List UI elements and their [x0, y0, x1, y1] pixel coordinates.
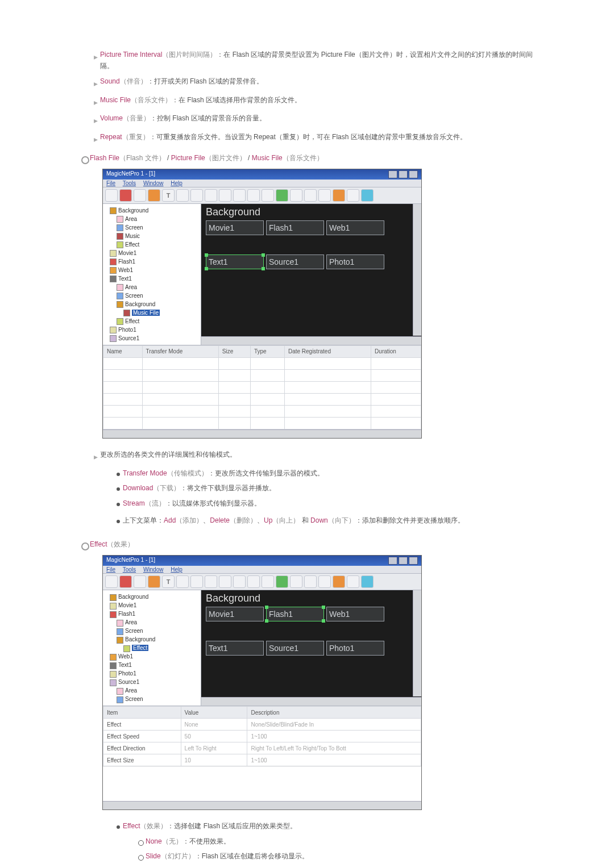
tool-icon[interactable]	[247, 189, 260, 202]
tree-node[interactable]: Music	[117, 232, 197, 240]
tool-icon[interactable]	[276, 575, 288, 588]
close-icon[interactable]	[409, 557, 418, 565]
maximize-icon[interactable]	[399, 170, 408, 178]
horizontal-scrollbar[interactable]	[103, 801, 421, 809]
tree-node[interactable]: Music File	[123, 308, 197, 317]
tool-icon[interactable]	[247, 575, 260, 588]
menu-file[interactable]: File	[106, 566, 115, 573]
tool-icon[interactable]	[119, 575, 132, 588]
grid-row[interactable]: EffectNoneNone/Slide/Blind/Fade In	[103, 719, 421, 731]
tool-icon[interactable]	[134, 575, 146, 588]
tool-icon[interactable]	[361, 189, 374, 202]
tree-view[interactable]: BackgroundMovie1Flash1AreaScreenBackgrou…	[103, 590, 201, 706]
tool-icon[interactable]	[290, 575, 302, 588]
tree-node[interactable]: Photo1	[110, 669, 197, 678]
vertical-scrollbar[interactable]	[413, 590, 421, 696]
tree-node[interactable]: Background	[117, 300, 197, 308]
tree-node[interactable]: Effect	[117, 317, 197, 326]
grid-row[interactable]	[103, 357, 421, 369]
canvas-tile[interactable]: Movie1	[206, 220, 264, 235]
tree-node[interactable]: Flash1	[110, 610, 197, 618]
tree-node[interactable]: Text1	[110, 661, 197, 669]
tree-node[interactable]: Flash1	[110, 257, 197, 266]
canvas-tile[interactable]: Web1	[326, 607, 384, 621]
grid-row[interactable]	[103, 381, 421, 393]
grid-row[interactable]	[103, 369, 421, 381]
tool-icon[interactable]	[262, 189, 274, 202]
grid-col-header[interactable]: Description	[247, 707, 421, 719]
canvas[interactable]: Background Movie1Flash1Web1 Text1Source1…	[201, 204, 421, 345]
tree-view[interactable]: BackgroundAreaScreenMusicEffectMovie1Fla…	[103, 204, 201, 345]
tool-icon[interactable]	[176, 575, 189, 588]
grid-row[interactable]	[103, 393, 421, 405]
grid-col-header[interactable]: Item	[103, 707, 181, 719]
canvas-tile[interactable]: Photo1	[326, 641, 384, 656]
effect-property-grid[interactable]: ItemValueDescription EffectNoneNone/Slid…	[103, 706, 421, 809]
tree-node[interactable]: Web1	[110, 652, 197, 661]
tool-icon[interactable]	[347, 189, 359, 202]
tree-node[interactable]: Screen	[117, 223, 197, 232]
canvas-tile[interactable]: Web1	[326, 220, 384, 235]
menu-help[interactable]: Help	[171, 180, 182, 186]
grid-row[interactable]: Effect Speed501~100	[103, 731, 421, 742]
canvas-tile[interactable]: Source1	[266, 254, 324, 269]
vertical-scrollbar[interactable]	[413, 204, 421, 336]
tree-node[interactable]: Movie1	[110, 601, 197, 610]
tree-node[interactable]: Screen	[117, 291, 197, 300]
horizontal-scrollbar[interactable]	[201, 336, 421, 345]
tree-node[interactable]: Area	[117, 215, 197, 223]
tool-icon[interactable]	[276, 189, 288, 202]
tool-icon[interactable]	[318, 189, 331, 202]
tool-text-icon[interactable]: T	[162, 575, 175, 588]
tree-node[interactable]: Screen	[117, 695, 197, 703]
tool-icon[interactable]	[233, 189, 246, 202]
grid-row[interactable]	[103, 417, 421, 429]
tree-node[interactable]: Background	[117, 635, 197, 644]
tree-node[interactable]: Background	[110, 206, 197, 215]
tool-icon[interactable]	[361, 575, 374, 588]
tool-icon[interactable]	[219, 189, 231, 202]
menu-tools[interactable]: Tools	[123, 566, 136, 573]
canvas-tile[interactable]: Source1	[266, 641, 324, 656]
tool-icon[interactable]	[219, 575, 231, 588]
grid-col-header[interactable]: Date Registrated	[284, 345, 371, 357]
tool-icon[interactable]	[233, 575, 246, 588]
tree-node[interactable]: Source1	[110, 334, 197, 343]
tree-node[interactable]: Source1	[110, 678, 197, 686]
tree-node[interactable]: Effect	[117, 240, 197, 249]
tool-icon[interactable]	[333, 575, 345, 588]
tool-icon[interactable]	[304, 189, 317, 202]
tool-icon[interactable]	[190, 575, 203, 588]
menu-window[interactable]: Window	[143, 180, 164, 186]
menu-file[interactable]: File	[106, 180, 115, 186]
file-grid[interactable]: NameTransfer ModeSizeTypeDate Registrate…	[103, 345, 421, 438]
grid-row[interactable]	[103, 405, 421, 417]
close-icon[interactable]	[409, 170, 418, 178]
tree-node[interactable]: Photo1	[110, 326, 197, 334]
horizontal-scrollbar[interactable]	[201, 697, 421, 706]
tool-icon[interactable]	[148, 575, 160, 588]
tool-icon[interactable]	[318, 575, 331, 588]
grid-col-header[interactable]: Type	[250, 345, 284, 357]
grid-row[interactable]: Effect DirectionLeft To RightRight To Le…	[103, 742, 421, 754]
grid-col-header[interactable]: Value	[181, 707, 247, 719]
minimize-icon[interactable]	[388, 557, 397, 565]
tool-icon[interactable]	[190, 189, 203, 202]
canvas-tile[interactable]: Flash1	[266, 220, 324, 235]
tool-icon[interactable]	[119, 189, 132, 202]
grid-col-header[interactable]: Duration	[371, 345, 421, 357]
tree-node[interactable]: Background	[110, 592, 197, 601]
tree-node[interactable]: Web1	[110, 266, 197, 274]
menu-help[interactable]: Help	[171, 566, 182, 573]
canvas-tile[interactable]: Photo1	[326, 254, 384, 269]
tool-icon[interactable]	[105, 189, 118, 202]
horizontal-scrollbar[interactable]	[103, 429, 421, 438]
canvas-tile[interactable]: Flash1	[266, 607, 324, 621]
tree-node[interactable]: Effect	[123, 644, 197, 652]
tool-icon[interactable]	[262, 575, 274, 588]
canvas-tile[interactable]: Text1	[206, 641, 264, 656]
tree-node[interactable]: Area	[117, 283, 197, 291]
grid-col-header[interactable]: Transfer Mode	[142, 345, 218, 357]
tool-icon[interactable]	[347, 575, 359, 588]
tool-icon[interactable]	[148, 189, 160, 202]
